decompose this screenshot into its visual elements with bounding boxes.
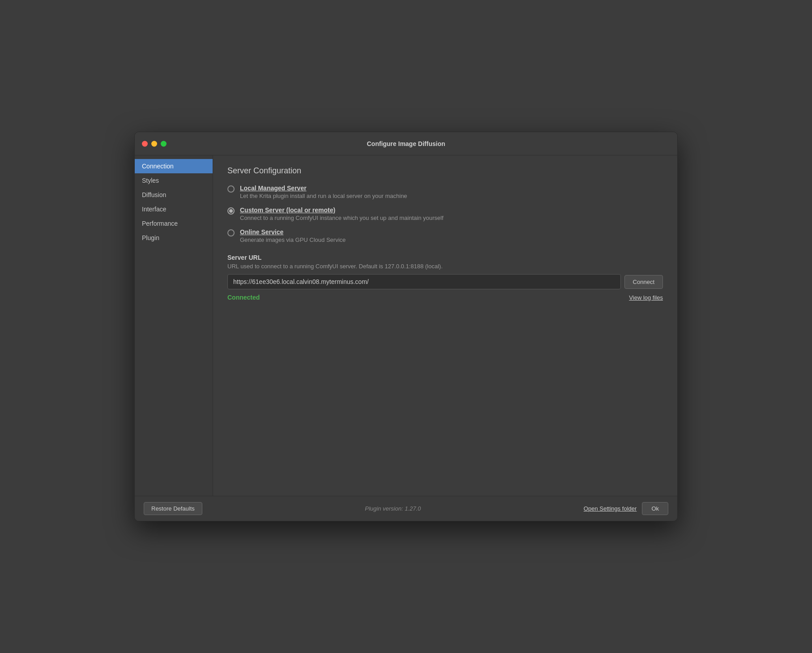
radio-custom-server-desc: Connect to a running ComfyUI instance wh… [240, 215, 444, 221]
radio-online-service-btn[interactable] [227, 229, 235, 236]
open-settings-link[interactable]: Open Settings folder [584, 505, 637, 512]
ok-button[interactable]: Ok [642, 502, 668, 515]
footer: Restore Defaults Plugin version: 1.27.0 … [135, 496, 677, 521]
radio-online-service: Online Service Generate images via GPU C… [227, 228, 663, 243]
plugin-version: Plugin version: 1.27.0 [365, 505, 421, 512]
restore-defaults-button[interactable]: Restore Defaults [144, 502, 202, 515]
status-connected: Connected [227, 294, 260, 301]
content-area: Server Configuration Local Managed Serve… [213, 155, 677, 496]
sidebar: Connection Styles Diffusion Interface Pe… [135, 155, 213, 496]
section-title: Server Configuration [227, 166, 663, 176]
footer-center: Plugin version: 1.27.0 [202, 505, 584, 512]
server-url-label: Server URL [227, 254, 663, 261]
main-layout: Connection Styles Diffusion Interface Pe… [135, 155, 677, 496]
maximize-button[interactable] [161, 141, 167, 146]
sidebar-item-performance[interactable]: Performance [135, 216, 213, 231]
view-log-link[interactable]: View log files [629, 294, 663, 301]
minimize-button[interactable] [151, 141, 157, 146]
radio-online-service-label[interactable]: Online Service [240, 228, 346, 236]
sidebar-item-plugin[interactable]: Plugin [135, 231, 213, 245]
radio-local-managed-btn[interactable] [227, 185, 235, 193]
radio-custom-server-label[interactable]: Custom Server (local or remote) [240, 206, 444, 214]
titlebar: Configure Image Diffusion [135, 132, 677, 155]
close-button[interactable] [142, 141, 148, 146]
sidebar-item-interface[interactable]: Interface [135, 202, 213, 216]
connect-button[interactable]: Connect [624, 275, 663, 289]
sidebar-item-styles[interactable]: Styles [135, 173, 213, 188]
main-window: Configure Image Diffusion Connection Sty… [134, 132, 678, 521]
window-title: Configure Image Diffusion [367, 140, 445, 147]
footer-right: Open Settings folder Ok [584, 502, 668, 515]
radio-custom-server: Custom Server (local or remote) Connect … [227, 206, 663, 221]
sidebar-item-connection[interactable]: Connection [135, 159, 213, 173]
radio-local-managed: Local Managed Server Let the Krita plugi… [227, 185, 663, 199]
radio-custom-server-btn[interactable] [227, 207, 235, 215]
window-controls [142, 141, 167, 146]
sidebar-item-diffusion[interactable]: Diffusion [135, 188, 213, 202]
server-url-row: Connect [227, 274, 663, 289]
server-url-input[interactable] [227, 274, 621, 289]
server-url-section: Server URL URL used to connect to a runn… [227, 254, 663, 301]
status-row: Connected View log files [227, 294, 663, 301]
server-url-desc: URL used to connect to a running ComfyUI… [227, 263, 663, 270]
radio-online-service-desc: Generate images via GPU Cloud Service [240, 236, 346, 243]
radio-local-managed-label[interactable]: Local Managed Server [240, 185, 407, 192]
radio-local-managed-desc: Let the Krita plugin install and run a l… [240, 193, 407, 199]
footer-left: Restore Defaults [144, 502, 202, 515]
content-scroll: Server Configuration Local Managed Serve… [213, 155, 677, 496]
